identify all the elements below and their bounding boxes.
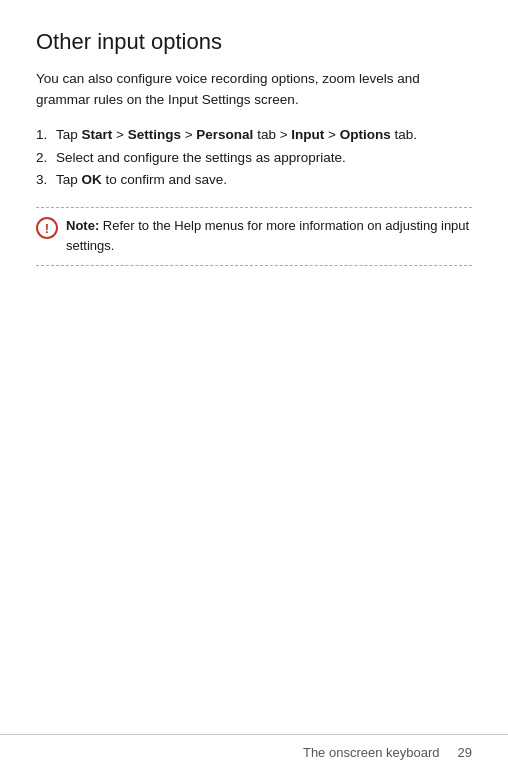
- note-text: Note: Refer to the Help menus for more i…: [66, 216, 472, 256]
- note-box: ! Note: Refer to the Help menus for more…: [36, 207, 472, 265]
- step-3: 3. Tap OK to confirm and save.: [36, 169, 472, 191]
- intro-text: You can also configure voice recording o…: [36, 69, 472, 111]
- page-content: Other input options You can also configu…: [0, 0, 508, 286]
- step-start: Start: [82, 127, 113, 142]
- step-2: 2. Select and configure the settings as …: [36, 147, 472, 169]
- page-footer: The onscreen keyboard 29: [0, 734, 508, 760]
- step-personal: Personal: [196, 127, 253, 142]
- step-1: 1. Tap Start > Settings > Personal tab >…: [36, 124, 472, 146]
- footer-page-number: 29: [458, 745, 472, 760]
- step-settings: Settings: [128, 127, 181, 142]
- footer-section: The onscreen keyboard: [303, 745, 440, 760]
- step-num-3: 3.: [36, 169, 47, 191]
- step-ok: OK: [82, 172, 102, 187]
- note-body: Refer to the Help menus for more informa…: [66, 218, 469, 253]
- step-num-1: 1.: [36, 124, 47, 146]
- step-options: Options: [340, 127, 391, 142]
- step-num-2: 2.: [36, 147, 47, 169]
- steps-list: 1. Tap Start > Settings > Personal tab >…: [36, 124, 472, 191]
- note-icon: !: [36, 217, 58, 239]
- step-input: Input: [291, 127, 324, 142]
- page-title: Other input options: [36, 28, 472, 57]
- note-label: Note:: [66, 218, 99, 233]
